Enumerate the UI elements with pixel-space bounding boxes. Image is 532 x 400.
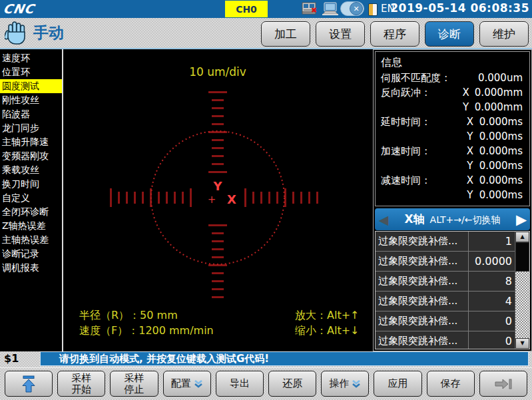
sidebar-item-speed-loop[interactable]: 速度环: [0, 51, 62, 65]
axis-switch-hint: ALT+→/←切换轴: [430, 214, 501, 225]
machine-status-icon: ✖: [302, 2, 318, 19]
sidebar-item-z-thermal-error[interactable]: Z轴热误差: [0, 219, 62, 233]
scrollbar-thumb[interactable]: [515, 242, 529, 272]
prev-axis-button[interactable]: ◀: [375, 212, 392, 227]
mode-bar: 手动 加工 设置 程序 诊断 维护: [0, 18, 532, 49]
sidebar-item-gantry-sync[interactable]: 龙门同步: [0, 121, 62, 135]
cnc-hmi-screen: CNC CH0 ✖ ✕ EN 2019-05-14 06: [0, 0, 532, 400]
tab-settings[interactable]: 设置: [316, 21, 365, 47]
tab-diagnosis[interactable]: 诊断: [425, 21, 474, 47]
scroll-up-button[interactable]: ▲: [515, 232, 529, 242]
table-scrollbar[interactable]: ▲ ▼: [515, 232, 529, 349]
sidebar-item-diagnosis-record[interactable]: 诊断记录: [0, 247, 62, 261]
next-page-button[interactable]: [479, 371, 527, 397]
sidebar-item-tool-change-time[interactable]: 换刀时间: [0, 177, 62, 191]
remote-monitor-icon: [321, 2, 340, 19]
axis-selector-bar: ◀ X轴ALT+→/←切换轴 ▶: [375, 208, 530, 230]
table-row[interactable]: 过象限突跳补偿...1: [376, 232, 515, 252]
softkey-toolbar: 采样开始 采样停止 配置 导出 还原 操作 应用: [0, 367, 532, 400]
diagnosis-sidebar: 速度环 位置环 圆度测试 刚性攻丝 陷波器 龙门同步 主轴升降速 变频器刚攻 乘…: [0, 49, 63, 351]
title-bar: CNC CH0 ✖ ✕ EN 2019-05-14 06: [0, 0, 532, 18]
tab-program[interactable]: 程序: [370, 21, 419, 47]
configure-button[interactable]: 配置: [163, 371, 211, 397]
info-row: Y0.000ms: [381, 188, 524, 202]
sidebar-item-spindle-thermal-error[interactable]: 主轴热误差: [0, 233, 62, 247]
info-title: 信息: [381, 54, 524, 71]
sidebar-item-notch-filter[interactable]: 陷波器: [0, 107, 62, 121]
sidebar-item-position-loop[interactable]: 位置环: [0, 65, 62, 79]
plot-zoom-hints: 放大：Alt+↑ 缩小：Alt+↓: [295, 307, 359, 338]
operation-button[interactable]: 操作: [321, 371, 369, 397]
chevron-down-icon: [194, 379, 203, 388]
return-top-icon: [21, 375, 36, 393]
table-row[interactable]: 过象限突跳补偿...0: [376, 311, 515, 331]
crosshair-plot-svg: 10 um/div: [63, 49, 373, 351]
y-axis-label: Y: [212, 179, 222, 193]
zoom-out-hint: 缩小：Alt+↓: [295, 323, 359, 338]
scroll-down-button[interactable]: ▼: [515, 338, 529, 349]
sidebar-item-load-tapping[interactable]: 乘载攻丝: [0, 163, 62, 177]
info-panel: 信息 伺服不匹配度：0.000um 反向跃冲：X0.000mm Y0.000mm…: [373, 49, 532, 351]
zoom-in-hint: 放大：Alt+↑: [295, 307, 359, 323]
tab-machining[interactable]: 加工: [261, 21, 310, 47]
reference-circle: [151, 131, 284, 264]
compensation-param-table: 过象限突跳补偿...1 过象限突跳补偿...0.0000 过象限突跳补偿...8…: [375, 231, 530, 349]
close-button[interactable]: ✕: [340, 1, 364, 16]
x-axis-label: X: [227, 192, 236, 206]
info-row: Y0.000ms: [381, 129, 524, 144]
channel-label: $1: [4, 352, 19, 365]
channel-badge: CH0: [225, 1, 268, 17]
chevron-down-icon: [352, 379, 361, 388]
sidebar-item-rigid-tapping[interactable]: 刚性攻丝: [0, 93, 62, 107]
sidebar-item-spindle-accel[interactable]: 主轴升降速: [0, 135, 62, 149]
main-tabs: 加工 设置 程序 诊断 维护: [261, 21, 529, 47]
ime-indicator-icon: [368, 3, 378, 16]
tab-maintenance[interactable]: 维护: [479, 21, 529, 47]
left-arrow-icon: ◀: [379, 212, 389, 227]
manual-mode-hand-icon: [5, 21, 27, 49]
status-message: 请切换到自动模式, 并按复位键载入测试G代码!: [40, 351, 529, 366]
close-icon: ✕: [350, 2, 363, 15]
table-row[interactable]: 过象限突跳补偿...0: [376, 331, 515, 349]
roundness-test-plot: 10 um/div: [63, 49, 373, 351]
next-page-icon: [494, 378, 513, 390]
sidebar-item-roundness-test[interactable]: 圆度测试: [0, 79, 62, 93]
sidebar-item-inverter-tapping[interactable]: 变频器刚攻: [0, 149, 62, 163]
param-rows: 过象限突跳补偿...1 过象限突跳补偿...0.0000 过象限突跳补偿...8…: [376, 232, 515, 349]
info-row: 反向跃冲：X0.000mm: [381, 85, 524, 100]
sidebar-item-closed-loop-diag[interactable]: 全闭环诊断: [0, 205, 62, 219]
restore-button[interactable]: 还原: [268, 371, 316, 397]
right-arrow-icon: ▶: [516, 212, 527, 228]
return-top-button[interactable]: [5, 371, 53, 397]
radius-readout: 半径（R）：50 mm: [79, 307, 214, 323]
table-row[interactable]: 过象限突跳补偿...0.0000: [376, 252, 515, 272]
table-row[interactable]: 过象限突跳补偿...4: [376, 292, 515, 311]
info-row: 伺服不匹配度：0.000um: [381, 71, 524, 85]
info-row: 加速时间：X0.000ms: [381, 144, 524, 158]
table-row[interactable]: 过象限突跳补偿...8: [376, 272, 515, 292]
sampling-stop-button[interactable]: 采样停止: [110, 371, 158, 397]
info-row: 减速时间：X0.000ms: [381, 173, 524, 188]
info-row: 延时时间：X0.000ms: [381, 114, 524, 129]
content-area: 速度环 位置环 圆度测试 刚性攻丝 陷波器 龙门同步 主轴升降速 变频器刚攻 乘…: [0, 49, 532, 351]
center-mark: +: [208, 194, 216, 206]
disconnected-cross-icon: ✖: [311, 7, 317, 14]
datetime-display: 2019-05-14 06:08:35: [390, 1, 529, 15]
measurement-info-box: 信息 伺服不匹配度：0.000um 反向跃冲：X0.000mm Y0.000mm…: [375, 51, 530, 206]
sampling-start-button[interactable]: 采样开始: [57, 371, 105, 397]
save-button[interactable]: 保存: [427, 371, 475, 397]
scale-per-div-label: 10 um/div: [189, 65, 246, 79]
info-row: Y0.000ms: [381, 158, 524, 173]
export-button[interactable]: 导出: [216, 371, 264, 397]
status-bar: $1 请切换到自动模式, 并按复位键载入测试G代码!: [0, 351, 532, 367]
axis-selector-label: X轴ALT+→/←切换轴: [392, 212, 513, 227]
sidebar-item-tuning-report[interactable]: 调机报表: [0, 261, 62, 275]
sidebar-item-custom[interactable]: 自定义: [0, 191, 62, 205]
brand-logo: CNC: [2, 1, 36, 16]
next-axis-button[interactable]: ▶: [513, 212, 530, 228]
info-row: Y0.000mm: [381, 100, 524, 114]
mode-label: 手动: [33, 23, 64, 43]
feedrate-readout: 速度（F）：1200 mm/min: [79, 323, 214, 338]
current-axis: X轴: [404, 212, 424, 226]
apply-button[interactable]: 应用: [374, 371, 421, 397]
